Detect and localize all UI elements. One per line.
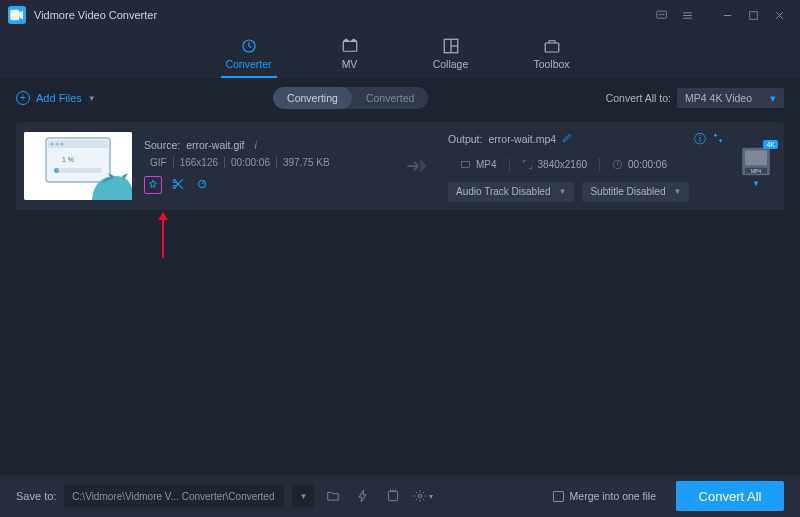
app-title: Vidmore Video Converter [34, 9, 157, 21]
out-format: MP4 [476, 159, 497, 170]
edit-tools [144, 176, 384, 194]
audio-value: Audio Track Disabled [456, 186, 551, 197]
source-label: Source: [144, 139, 180, 151]
svg-text:MP4: MP4 [751, 168, 762, 174]
gpu-button[interactable] [382, 485, 404, 507]
convert-all-label: Convert All to: [606, 92, 671, 104]
chevron-down-icon: ▼ [88, 94, 96, 103]
sub-toolbar: + Add Files ▼ Converting Converted Conve… [0, 82, 800, 114]
output-specs: MP4 3840x2160 00:00:06 [448, 154, 724, 176]
save-to-label: Save to: [16, 490, 56, 502]
convert-all-format: Convert All to: MP4 4K Video ▾ [606, 88, 784, 108]
svg-rect-26 [54, 168, 59, 173]
chevron-down-icon: ▾ [770, 92, 776, 104]
main-content: 1 % Source: error-wait.gif i GIF166x1260… [0, 114, 800, 475]
svg-point-22 [55, 142, 58, 145]
enhance-button[interactable] [194, 176, 210, 192]
settings-button[interactable]: ▾ [412, 485, 434, 507]
source-thumbnail[interactable]: 1 % [24, 132, 132, 200]
effects-button[interactable] [144, 176, 162, 194]
source-filename: error-wait.gif [186, 139, 244, 151]
output-column: Output: error-wait.mp4 ⓘ MP4 3840x2160 0… [448, 131, 724, 202]
info-output-icon[interactable]: ⓘ [694, 131, 706, 148]
subtitle-select[interactable]: Subtitle Disabled▼ [582, 182, 689, 202]
toolbox-icon [543, 37, 561, 55]
tab-label: Toolbox [533, 58, 569, 70]
output-filename: error-wait.mp4 [488, 133, 556, 145]
svg-point-3 [661, 13, 662, 14]
output-format-thumb[interactable]: 4K MP4 ▼ [736, 144, 776, 188]
output-label: Output: [448, 133, 482, 145]
close-button[interactable] [766, 2, 792, 28]
svg-point-4 [663, 13, 664, 14]
src-format: GIF [144, 157, 174, 168]
svg-point-44 [419, 494, 423, 498]
audio-track-select[interactable]: Audio Track Disabled▼ [448, 182, 574, 202]
chevron-down-icon: ▼ [752, 179, 760, 188]
source-meta: GIF166x12600:00:06397.75 KB [144, 157, 384, 168]
svg-rect-17 [545, 43, 559, 52]
format-value: MP4 4K Video [685, 92, 752, 104]
format-select[interactable]: MP4 4K Video ▾ [677, 88, 784, 108]
chevron-down-icon: ▼ [559, 187, 567, 196]
annotation-arrow [156, 212, 170, 258]
app-logo [8, 6, 26, 24]
chevron-down-icon: ▼ [673, 187, 681, 196]
tab-collage[interactable]: Collage [423, 37, 479, 78]
merge-checkbox[interactable]: Merge into one file [553, 490, 656, 502]
cut-button[interactable] [170, 176, 186, 192]
info-icon[interactable]: i [255, 139, 257, 151]
open-folder-button[interactable] [322, 485, 344, 507]
merge-label: Merge into one file [570, 490, 656, 502]
minimize-button[interactable] [714, 2, 740, 28]
tab-toolbox[interactable]: Toolbox [524, 37, 580, 78]
checkbox-icon [553, 491, 564, 502]
save-path-value: C:\Vidmore\Vidmore V... Converter\Conver… [72, 491, 274, 502]
footer: Save to: C:\Vidmore\Vidmore V... Convert… [0, 475, 800, 517]
save-path-field[interactable]: C:\Vidmore\Vidmore V... Converter\Conver… [64, 485, 284, 507]
svg-rect-33 [461, 161, 469, 167]
svg-rect-36 [745, 150, 767, 165]
hw-accel-button[interactable] [352, 485, 374, 507]
svg-text:1 %: 1 % [62, 156, 74, 163]
src-size: 397.75 KB [277, 157, 336, 168]
plus-circle-icon: + [16, 91, 30, 105]
converted-tab[interactable]: Converted [352, 87, 428, 109]
tab-mv[interactable]: MV [322, 37, 378, 78]
add-files-label: Add Files [36, 92, 82, 104]
svg-rect-9 [749, 11, 757, 19]
track-dropdowns: Audio Track Disabled▼ Subtitle Disabled▼ [448, 182, 724, 202]
svg-rect-13 [343, 42, 357, 52]
save-path-dropdown[interactable]: ▼ [292, 485, 314, 507]
tab-converter[interactable]: Converter [221, 37, 277, 78]
svg-point-2 [658, 13, 659, 14]
src-dimensions: 166x126 [174, 157, 225, 168]
add-files-button[interactable]: + Add Files ▼ [16, 91, 96, 105]
svg-point-21 [50, 142, 53, 145]
compress-icon[interactable] [712, 132, 724, 147]
converting-tab[interactable]: Converting [273, 87, 352, 109]
convert-all-button[interactable]: Convert All [676, 481, 784, 511]
subtitle-value: Subtitle Disabled [590, 186, 665, 197]
4k-badge: 4K [763, 140, 778, 149]
menu-icon[interactable] [674, 2, 700, 28]
chevron-down-icon: ▼ [299, 492, 307, 501]
titlebar: Vidmore Video Converter [0, 0, 800, 30]
maximize-button[interactable] [740, 2, 766, 28]
edit-name-icon[interactable] [562, 132, 573, 146]
src-duration: 00:00:06 [225, 157, 277, 168]
svg-rect-40 [389, 491, 398, 500]
svg-point-27 [110, 179, 126, 193]
collage-icon [442, 37, 460, 55]
svg-rect-25 [54, 168, 102, 173]
mv-icon [341, 37, 359, 55]
tab-label: MV [342, 58, 358, 70]
feedback-icon[interactable] [648, 2, 674, 28]
out-resolution: 3840x2160 [538, 159, 588, 170]
arrow-right-icon [396, 153, 436, 179]
chevron-down-icon: ▾ [429, 492, 433, 501]
svg-point-23 [60, 142, 63, 145]
file-item: 1 % Source: error-wait.gif i GIF166x1260… [16, 122, 784, 210]
out-duration: 00:00:06 [628, 159, 667, 170]
status-pill: Converting Converted [273, 87, 428, 109]
